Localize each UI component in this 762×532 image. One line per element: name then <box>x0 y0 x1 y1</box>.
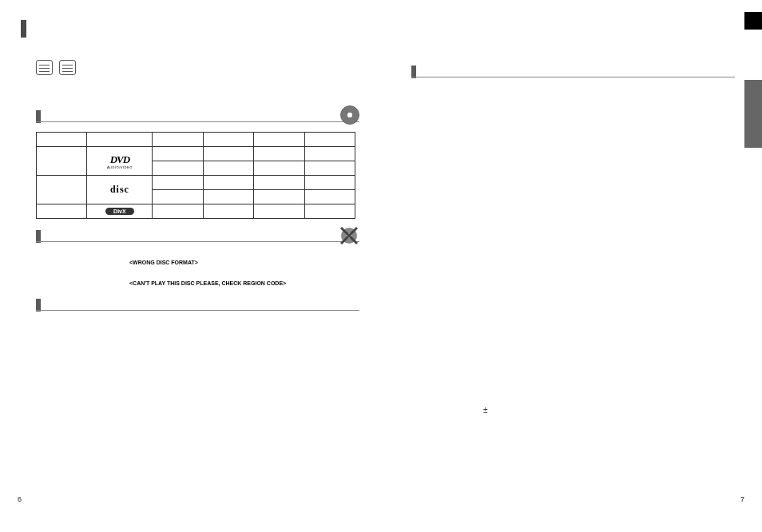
heading-rule <box>36 241 359 242</box>
table-cell <box>254 147 304 161</box>
section-heading-playable <box>36 110 359 125</box>
table-cell <box>37 204 87 219</box>
table-cell <box>203 161 253 176</box>
osd-icons <box>36 60 76 75</box>
table-cell <box>304 204 355 219</box>
table-header <box>37 133 87 147</box>
table-cell <box>37 176 87 204</box>
wrong-format-message: <WRONG DISC FORMAT> <box>129 260 286 266</box>
table-header <box>203 133 253 147</box>
table-cell <box>304 161 355 176</box>
table-cell <box>153 161 203 176</box>
cd-logo-cell: disc <box>87 176 153 204</box>
table-cell <box>254 190 304 204</box>
divx-logo: DivX <box>105 208 134 215</box>
table-cell <box>203 147 253 161</box>
table-header <box>254 133 304 147</box>
keyboard-icon <box>59 60 76 75</box>
disc-icon <box>340 105 359 125</box>
table-row: DivX <box>37 204 355 219</box>
left-page: DVD AUDIO/VIDEO disc <box>16 0 375 532</box>
table-cell <box>254 204 304 219</box>
table-row: DVD AUDIO/VIDEO <box>37 147 355 161</box>
table-header-row <box>37 133 355 147</box>
table-cell <box>203 190 253 204</box>
heading-rule <box>411 77 735 77</box>
table-cell <box>203 176 253 190</box>
section-heading-3 <box>36 299 359 313</box>
error-messages: <WRONG DISC FORMAT> <CAN'T PLAY THIS DIS… <box>129 260 286 302</box>
table-cell <box>254 176 304 190</box>
disc-format-table: DVD AUDIO/VIDEO disc <box>36 132 355 219</box>
keyboard-icon <box>36 60 53 75</box>
table-cell <box>153 204 203 219</box>
table-cell <box>203 204 253 219</box>
table-cell <box>153 176 203 190</box>
heading-rule <box>36 121 359 122</box>
table-cell <box>153 190 203 204</box>
dvd-logo-sub: AUDIO/VIDEO <box>89 166 150 169</box>
page-number-right: 7 <box>740 495 744 503</box>
table-cell <box>304 190 355 204</box>
table-cell <box>254 161 304 176</box>
no-disc-icon <box>339 225 359 246</box>
table-header <box>87 133 153 147</box>
compact-disc-logo: disc <box>110 184 129 195</box>
page-number-left: 6 <box>18 495 22 503</box>
dvd-logo-cell: DVD AUDIO/VIDEO <box>87 147 153 176</box>
section-heading-not-playable <box>36 230 359 244</box>
table-header <box>153 133 203 147</box>
table-cell <box>304 176 355 190</box>
right-page: ± <box>391 0 751 532</box>
region-code-message: <CAN'T PLAY THIS DISC PLEASE, CHECK REGI… <box>129 280 286 287</box>
table-cell <box>304 147 355 161</box>
heading-rule <box>36 310 359 311</box>
dvd-logo: DVD <box>110 153 129 165</box>
divx-logo-cell: DivX <box>87 204 153 219</box>
plus-minus-symbol: ± <box>483 406 488 415</box>
table-cell <box>37 147 87 176</box>
section-heading-right <box>411 66 735 80</box>
table-cell <box>153 147 203 161</box>
table-header <box>304 133 355 147</box>
table-row: disc <box>37 176 355 190</box>
